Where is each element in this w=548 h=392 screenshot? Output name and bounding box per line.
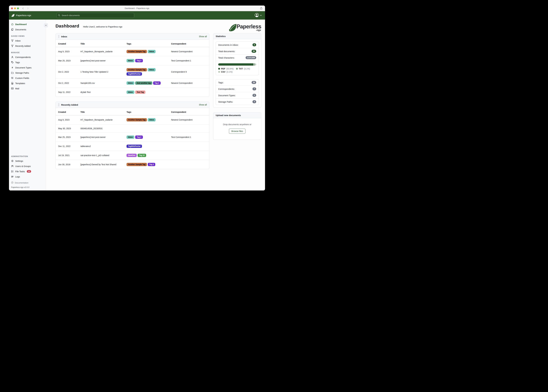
documentation-link[interactable]: ?Documentation [11,181,44,185]
stat-value-badge: 28 [252,81,256,84]
doc-created: Aug 9, 2023 [56,47,79,56]
version-text: Paperless-ngx v2.0.0 [11,185,44,189]
sidebar-item-storage-paths[interactable]: Storage Paths [9,70,46,76]
table-row[interactable]: Aug 9, 2023H7_Napoleon_Bonaparte_zadanie… [56,115,209,125]
doc-title[interactable]: Sample100.csv [79,79,125,88]
doc-title[interactable]: drylab Test [79,88,125,97]
table-row[interactable]: Jun 30, 2018[paperless] Owned by Test No… [56,160,209,169]
doc-correspondent[interactable] [169,142,209,151]
doc-correspondent[interactable]: Newest Correspondent [169,47,209,56]
sidebar-section: ADMINISTRATIONSettingsUsers & GroupsFile… [9,152,46,179]
sidebar-item-document-types[interactable]: #Document Types [9,65,46,70]
doc-correspondent[interactable]: Test Correspondent 1 [169,56,209,65]
sidebar-item-settings[interactable]: Settings [9,158,46,164]
sidebar-item-correspondents[interactable]: Correspondents [9,55,46,60]
tag-pill[interactable]: Tag 2 [135,135,143,139]
close-button[interactable] [11,7,13,9]
sidebar-item-tags[interactable]: Tags [9,60,46,65]
tag-pill[interactable]: Another Sample Tag [127,163,147,166]
zoom-button[interactable] [17,7,19,9]
minimize-button[interactable] [14,7,16,9]
doc-title[interactable]: H7_Napoleon_Bonaparte_zadanie [79,47,125,56]
back-icon[interactable] [22,7,24,10]
table-row[interactable]: Jul 19, 2021sat-practice-test-1_pt2-coll… [56,151,209,160]
table-row[interactable]: Mar 25, 2023[paperless] test post-ownerI… [56,133,209,142]
doc-correspondent[interactable] [169,160,209,169]
doc-title[interactable]: 1 Testing New Title Updated 2 [79,65,125,79]
tag-pill[interactable]: TagWithPartial [127,72,142,76]
sidebar-item-logs[interactable]: Logs [9,174,46,179]
app-header: Paperless-ngx [9,11,265,20]
drag-handle-icon[interactable] [58,35,59,38]
sidebar-item-templates[interactable]: Templates [9,81,46,86]
doc-correspondent[interactable] [169,125,209,133]
sidebar-item-file-tasks[interactable]: File Tasks16 [9,169,46,174]
sidebar-item-users-groups[interactable]: Users & Groups [9,164,46,169]
doc-title[interactable]: H7_Napoleon_Bonaparte_zadanie [79,115,125,125]
tag-pill[interactable]: Inbox [148,50,156,53]
tag-pill[interactable]: Tag 2 [135,59,143,62]
doc-correspondent[interactable]: Newest Correspondent [169,115,209,125]
doc-title[interactable]: [paperless] test post-owner [79,56,125,65]
drag-handle-icon[interactable] [58,103,59,106]
table-row[interactable]: Sep 11, 2022drylab TestInboxTest Tag [56,88,209,97]
user-menu[interactable] [255,13,262,18]
paperless-logo: Paperless -ngx [229,24,261,32]
tag-pill[interactable]: Just another tag [135,81,152,85]
tag-pill[interactable]: Inbox [127,81,134,85]
sidebar-item-recently-added[interactable]: Recently Added [9,43,46,49]
table-row[interactable]: Oct 2, 20221 Testing New Title Updated 2… [56,65,209,79]
tag-pill[interactable]: Tag 2 [148,163,155,166]
tag-pill[interactable]: Inbox [148,68,156,71]
sidebar-item-inbox[interactable]: Inbox [9,38,46,43]
tag-pill[interactable]: Inbox [127,91,134,94]
tag-pill[interactable]: Test Tag [135,91,145,94]
sidebar-item-mail[interactable]: Mail [9,86,46,91]
doc-title[interactable]: 0004814539_20230531 [79,125,125,133]
show-all-link[interactable]: Show all [199,104,207,106]
table-row[interactable]: May 30, 20230004814539_20230531 [56,125,209,133]
forward-icon[interactable] [27,7,29,10]
brand-link[interactable]: Paperless-ngx [9,14,56,17]
share-icon[interactable] [260,7,263,10]
table-row[interactable]: Dec 11, 2022tablerates2TagWithPartial [56,142,209,151]
doc-correspondent[interactable] [169,151,209,160]
doc-correspondent[interactable] [169,88,209,97]
doc-created: Dec 11, 2022 [56,142,79,151]
table-row[interactable]: Aug 9, 2023H7_Napoleon_Bonaparte_zadanie… [56,47,209,56]
tag-pill[interactable]: Inbox [127,135,134,139]
tag-pill[interactable]: Tag 2 [153,81,161,85]
legend-dot-icon [218,68,220,70]
collapse-sidebar-button[interactable]: « [44,23,48,27]
doc-created: Mar 25, 2023 [56,56,79,65]
tag-pill[interactable]: Inbox [148,118,156,121]
tag-pill[interactable]: NewOne [127,154,137,157]
browse-files-button[interactable]: Browse files [229,129,245,134]
greeting: Hello User2, welcome to Paperless-ngx [83,25,123,28]
show-all-link[interactable]: Show all [199,35,207,38]
stat-row: Tags:28 [216,79,259,86]
leaf-icon [229,23,237,32]
doc-correspondent[interactable]: Newest Correspondent [169,79,209,88]
tag-pill[interactable]: Inbox [127,59,134,62]
sidebar: DashboardDocumentsSAVED VIEWSInboxRecent… [9,20,46,190]
doc-correspondent[interactable]: Correspondent 9 [169,65,209,79]
tag-pill[interactable]: Another Sample Tag [127,118,147,121]
tag-pill[interactable]: Another Sample Tag [127,68,147,71]
doc-title[interactable]: sat-practice-test-1_pt2-collated [79,151,125,160]
upload-dropzone[interactable]: Drop documents anywhere or Browse files [213,118,261,140]
sidebar-item-dashboard[interactable]: Dashboard [9,22,46,27]
tag-pill[interactable]: Another Sample Tag [127,50,147,53]
sidebar-item-custom-fields[interactable]: Custom Fields [9,76,46,81]
search-input[interactable] [56,13,134,18]
doc-correspondent[interactable]: Test Correspondent 1 [169,133,209,142]
tag-pill[interactable]: Tag 12 [137,154,146,157]
table-row[interactable]: Mar 25, 2023[paperless] test post-ownerI… [56,56,209,65]
doc-title[interactable]: [paperless] test post-owner [79,133,125,142]
tag-pill[interactable]: TagWithPartial [127,145,142,148]
legend-name: TXT [239,68,243,70]
doc-title[interactable]: [paperless] Owned by Test Not Shared [79,160,125,169]
sidebar-item-documents[interactable]: Documents [9,27,46,32]
doc-title[interactable]: tablerates2 [79,142,125,151]
table-row[interactable]: Oct 2, 2022Sample100.csvInboxJust anothe… [56,79,209,88]
